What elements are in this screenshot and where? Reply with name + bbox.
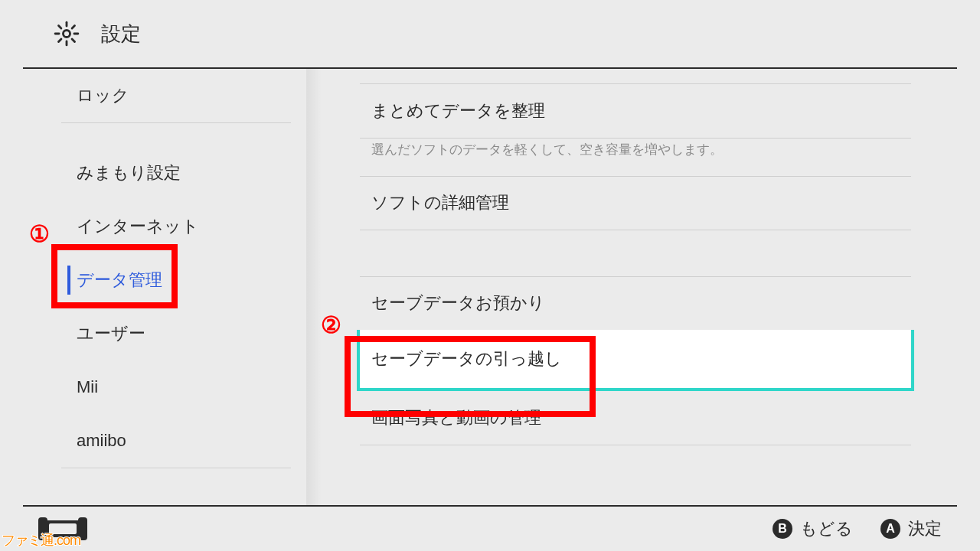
a-button-icon: A xyxy=(880,519,900,539)
page-title: 設定 xyxy=(101,21,141,47)
row-save-cloud[interactable]: セーブデータお預かり xyxy=(360,276,911,330)
content-divider xyxy=(360,445,911,445)
hint-a-ok: A 決定 xyxy=(880,517,942,540)
sidebar-item-internet[interactable]: インターネット xyxy=(0,200,314,253)
watermark: ファミ通.com xyxy=(2,531,80,549)
sidebar-item-label: Mii xyxy=(77,377,98,397)
hint-label: 決定 xyxy=(908,517,942,540)
row-save-transfer[interactable]: セーブデータの引っ越し xyxy=(357,330,914,391)
sidebar-item-amiibo[interactable]: amiibo xyxy=(0,414,314,468)
b-button-icon: B xyxy=(773,519,792,539)
svg-line-5 xyxy=(59,26,61,28)
sidebar-item-label: みまもり設定 xyxy=(77,161,181,184)
svg-point-0 xyxy=(63,30,70,37)
sidebar-item-data-management[interactable]: データ管理 xyxy=(0,253,314,307)
sidebar-divider xyxy=(61,468,291,468)
footer: B もどる A 決定 xyxy=(0,507,980,551)
hint-b-back: B もどる xyxy=(773,517,853,540)
sidebar-item-users[interactable]: ユーザー xyxy=(0,307,314,360)
row-description: 選んだソフトのデータを軽くして、空き容量を増やします。 xyxy=(360,139,911,176)
sidebar-item-lock[interactable]: ロック xyxy=(0,69,314,122)
sidebar-item-label: データ管理 xyxy=(77,269,162,292)
sidebar-item-label: インターネット xyxy=(77,215,199,238)
row-label: まとめてデータを整理 xyxy=(371,99,545,122)
content-divider xyxy=(360,69,911,84)
svg-line-6 xyxy=(72,39,74,41)
sidebar-item-label: amiibo xyxy=(77,431,126,451)
annotation-number-2: ② xyxy=(321,311,341,338)
content-pane: まとめてデータを整理 選んだソフトのデータを軽くして、空き容量を増やします。 ソ… xyxy=(360,69,911,505)
row-software-detail[interactable]: ソフトの詳細管理 xyxy=(360,176,911,230)
hint-label: もどる xyxy=(800,517,853,540)
svg-line-8 xyxy=(72,26,74,28)
sidebar-item-mii[interactable]: Mii xyxy=(0,360,314,414)
row-screenshots[interactable]: 画面写真と動画の管理 xyxy=(360,391,911,445)
settings-sidebar: ロック みまもり設定 インターネット データ管理 ユーザー Mii amiibo xyxy=(0,69,314,505)
row-label: 画面写真と動画の管理 xyxy=(371,406,541,429)
row-label: セーブデータお預かり xyxy=(371,292,545,315)
gear-icon xyxy=(54,21,80,47)
sidebar-item-label: ロック xyxy=(77,84,129,107)
row-label: ソフトの詳細管理 xyxy=(371,191,509,214)
header: 設定 xyxy=(0,0,980,67)
sidebar-item-label: ユーザー xyxy=(77,322,145,345)
sidebar-item-parental[interactable]: みまもり設定 xyxy=(0,146,314,200)
row-bulk-organize[interactable]: まとめてデータを整理 xyxy=(360,84,911,138)
row-label: セーブデータの引っ越し xyxy=(371,347,562,370)
svg-line-7 xyxy=(59,39,61,41)
